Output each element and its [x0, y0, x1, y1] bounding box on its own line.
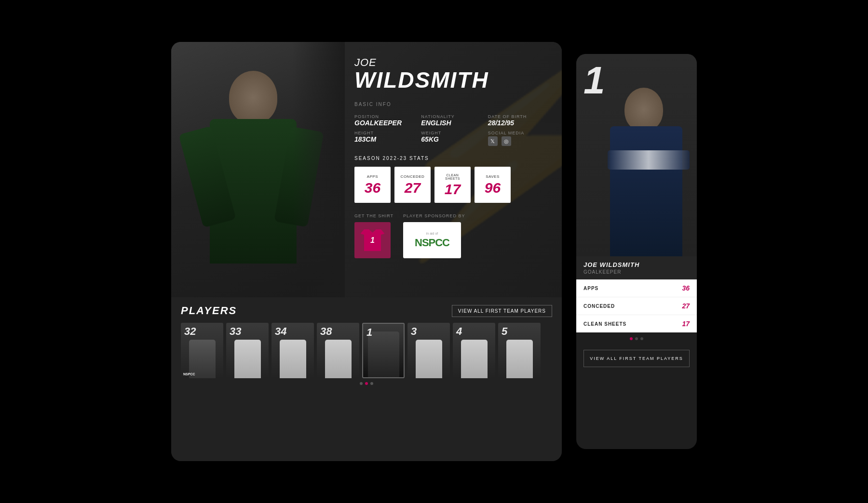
mobile-stat-value-apps: 36: [682, 284, 690, 292]
stat-value-apps: 36: [365, 181, 380, 195]
player-thumb-5[interactable]: 5: [498, 323, 541, 378]
stat-value-saves: 96: [485, 181, 501, 195]
player-thumb-33[interactable]: 33: [226, 323, 269, 378]
position-item: Position Goalkeeper: [354, 114, 414, 127]
player-number-38: 38: [320, 325, 332, 338]
sponsor-section: Player Sponsored By in aid of NSPCC: [403, 213, 465, 258]
stats-grid: Apps 36 Conceded 27 CleanSheets 17 Sav: [354, 167, 547, 203]
players-header: Players View All First Team Players: [181, 304, 552, 317]
weight-value: 65kg: [421, 135, 480, 143]
mobile-stat-label-conceded: Conceded: [583, 304, 615, 309]
position-value: Goalkeeper: [354, 119, 414, 127]
carousel-dots: [181, 382, 552, 385]
players-title: Players: [181, 304, 237, 317]
mobile-player-card: 1: [576, 54, 697, 256]
stat-label-saves: Saves: [486, 174, 500, 179]
player-lastname: Wildsmith: [354, 69, 547, 91]
player-number-1: 1: [366, 326, 372, 339]
shirt-shape: 1: [361, 229, 385, 251]
instagram-icon[interactable]: ◎: [502, 136, 511, 146]
player-info-panel: Joe Wildsmith Basic Info Position Goalke…: [345, 42, 562, 297]
mobile-dot-2[interactable]: [635, 337, 638, 340]
nationality-label: Nationality: [421, 114, 480, 119]
shirt-button[interactable]: 1: [354, 222, 391, 258]
sponsor-name: NSPCC: [415, 237, 449, 249]
mobile-player-name: Joe Wildsmith: [583, 261, 690, 268]
dob-item: Date of Birth 28/12/95: [488, 114, 547, 127]
dot-1[interactable]: [360, 382, 363, 385]
dob-label: Date of Birth: [488, 114, 547, 119]
basic-info-label: Basic Info: [354, 102, 547, 107]
sponsor-label: Player Sponsored By: [403, 213, 465, 218]
mobile-device: 1 Joe Wildsmith Goalkeeper: [576, 54, 697, 449]
stat-label-conceded: Conceded: [401, 174, 425, 179]
mobile-player-number: 1: [583, 61, 605, 100]
social-item: Social Media 𝕏 ◎: [488, 131, 547, 146]
info-grid: Position Goalkeeper Nationality English …: [354, 114, 547, 146]
get-shirt-label: Get The Shirt: [354, 213, 393, 218]
players-section: Players View All First Team Players 32 N…: [171, 297, 562, 461]
stat-label-apps: Apps: [367, 174, 378, 179]
position-label: Position: [354, 114, 414, 119]
weight-item: Weight 65kg: [421, 131, 480, 146]
player-hero-section: ⚡: [171, 42, 562, 297]
stat-card-saves: Saves 96: [475, 167, 511, 203]
twitter-icon[interactable]: 𝕏: [488, 136, 498, 146]
mobile-carousel-dots: [576, 332, 697, 345]
stat-value-conceded: 27: [405, 181, 420, 195]
stat-card-clean-sheets: CleanSheets 17: [434, 167, 471, 203]
mobile-stat-value-conceded: 27: [682, 302, 690, 310]
tablet-device: ⚡: [171, 42, 562, 461]
shirt-number: 1: [370, 236, 375, 245]
player-number-32: 32: [184, 325, 196, 338]
player-thumb-38[interactable]: 38: [317, 323, 359, 378]
season-stats-label: Season 2022-23 Stats: [354, 156, 547, 161]
mobile-stat-value-clean-sheets: 17: [682, 320, 690, 328]
social-label: Social Media: [488, 131, 547, 135]
player-thumb-32[interactable]: 32 NSPCC: [181, 323, 223, 378]
mobile-stat-row-clean-sheets: Clean Sheets 17: [576, 315, 697, 332]
social-icons: 𝕏 ◎: [488, 136, 547, 146]
player-number-34: 34: [275, 325, 286, 338]
weight-label: Weight: [421, 131, 480, 135]
stat-label-clean-sheets: CleanSheets: [445, 173, 460, 180]
player-number-4: 4: [456, 325, 462, 338]
dob-value: 28/12/95: [488, 119, 547, 127]
dot-3[interactable]: [370, 382, 373, 385]
sponsor-box[interactable]: in aid of NSPCC: [403, 222, 461, 258]
dot-2[interactable]: [365, 382, 368, 385]
player-number-3: 3: [411, 325, 417, 338]
mobile-stat-row-apps: Apps 36: [576, 279, 697, 297]
mobile-player-info: Joe Wildsmith Goalkeeper: [576, 256, 697, 279]
player-number-33: 33: [230, 325, 241, 338]
stat-card-apps: Apps 36: [354, 167, 391, 203]
height-value: 183cm: [354, 135, 414, 143]
mobile-stat-label-clean-sheets: Clean Sheets: [583, 321, 626, 327]
mobile-stat-row-conceded: Conceded 27: [576, 297, 697, 315]
view-all-button[interactable]: View All First Team Players: [452, 305, 552, 317]
stat-value-clean-sheets: 17: [445, 182, 461, 197]
get-shirt-section: Get The Shirt 1: [354, 213, 393, 258]
sponsor-sub: in aid of: [426, 232, 438, 235]
players-carousel: 32 NSPCC 33 34: [181, 323, 552, 378]
nationality-item: Nationality English: [421, 114, 480, 127]
height-item: Height 183cm: [354, 131, 414, 146]
player-name-section: Joe Wildsmith: [354, 56, 547, 91]
player-thumb-1[interactable]: 1: [362, 323, 405, 378]
player-thumb-34[interactable]: 34: [271, 323, 314, 378]
player-number-5: 5: [502, 325, 507, 338]
bottom-section: Get The Shirt 1 Player Sponsored By in a…: [354, 213, 547, 258]
stat-card-conceded: Conceded 27: [394, 167, 431, 203]
mobile-stats-section: Apps 36 Conceded 27 Clean Sheets 17: [576, 279, 697, 332]
player-thumb-3[interactable]: 3: [407, 323, 450, 378]
mobile-dot-1[interactable]: [630, 337, 633, 340]
height-label: Height: [354, 131, 414, 135]
mobile-view-all-button[interactable]: View All First Team Players: [583, 350, 690, 367]
mobile-player-position: Goalkeeper: [583, 269, 690, 275]
nationality-value: English: [421, 119, 480, 127]
player-sponsor-32: NSPCC: [183, 372, 195, 376]
mobile-dot-3[interactable]: [640, 337, 643, 340]
mobile-stat-label-apps: Apps: [583, 286, 598, 291]
player-thumb-4[interactable]: 4: [453, 323, 495, 378]
